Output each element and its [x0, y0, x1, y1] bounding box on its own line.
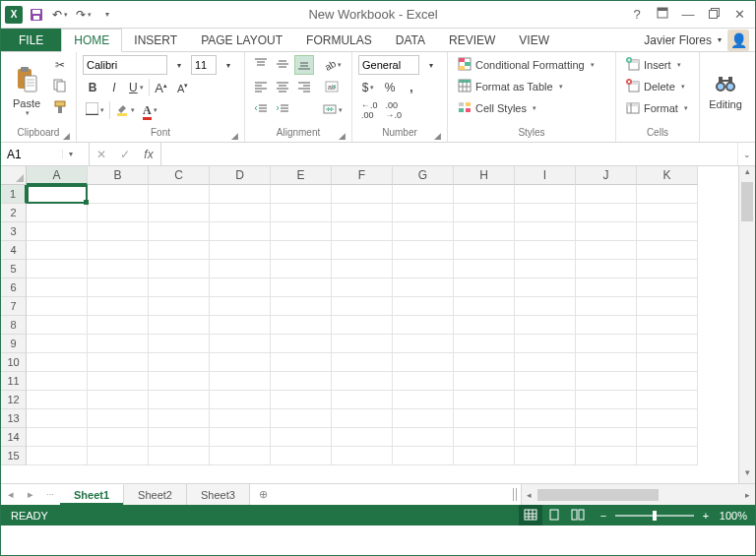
cell-K14[interactable] — [637, 428, 698, 447]
cell-E5[interactable] — [271, 260, 332, 278]
cell-F2[interactable] — [332, 204, 393, 222]
cell-A14[interactable] — [27, 428, 88, 447]
cell-D10[interactable] — [210, 353, 271, 372]
row-header-9[interactable]: 9 — [1, 335, 27, 353]
row-header-10[interactable]: 10 — [1, 353, 27, 372]
column-header-H[interactable]: H — [454, 166, 515, 185]
cell-A15[interactable] — [27, 447, 88, 465]
cell-B4[interactable] — [88, 241, 149, 260]
qat-customize-button[interactable]: ▾ — [97, 5, 117, 25]
account-menu[interactable]: Javier Flores ▾ 👤 — [644, 29, 755, 51]
cell-J3[interactable] — [576, 222, 637, 241]
cell-E10[interactable] — [271, 353, 332, 372]
cell-A1[interactable] — [27, 185, 88, 204]
cell-I6[interactable] — [515, 278, 576, 297]
sheet-nav-menu[interactable]: ⋯ — [40, 484, 60, 505]
cell-I14[interactable] — [515, 428, 576, 447]
cell-J2[interactable] — [576, 204, 637, 222]
insert-function-button[interactable]: fx — [137, 148, 160, 161]
cell-G10[interactable] — [393, 353, 454, 372]
cell-A7[interactable] — [27, 297, 88, 316]
cell-C15[interactable] — [149, 447, 210, 465]
cell-A9[interactable] — [27, 335, 88, 353]
cell-C10[interactable] — [149, 353, 210, 372]
increase-decimal-button[interactable]: ←.0.00 — [358, 100, 381, 120]
tab-formulas[interactable]: FORMULAS — [294, 29, 384, 51]
cell-D1[interactable] — [210, 185, 271, 204]
cell-I1[interactable] — [515, 185, 576, 204]
increase-indent-button[interactable] — [273, 100, 292, 120]
scroll-up-button[interactable]: ▴ — [739, 166, 755, 182]
align-right-button[interactable] — [294, 78, 314, 97]
zoom-knob[interactable] — [653, 511, 657, 521]
cells-area[interactable] — [27, 185, 698, 465]
column-header-F[interactable]: F — [332, 166, 393, 185]
cell-D6[interactable] — [210, 278, 271, 297]
sheet-tab-sheet2[interactable]: Sheet2 — [124, 484, 187, 505]
help-button[interactable]: ? — [625, 4, 649, 26]
cell-E8[interactable] — [271, 316, 332, 335]
cell-E7[interactable] — [271, 297, 332, 316]
cell-B11[interactable] — [88, 372, 149, 391]
cell-I4[interactable] — [515, 241, 576, 260]
cell-G7[interactable] — [393, 297, 454, 316]
cell-E6[interactable] — [271, 278, 332, 297]
minimize-button[interactable]: — — [676, 4, 700, 26]
cell-C11[interactable] — [149, 372, 210, 391]
view-page-layout-button[interactable] — [542, 505, 566, 525]
row-header-5[interactable]: 5 — [1, 260, 27, 278]
accounting-format-button[interactable]: $ — [358, 78, 378, 97]
cell-A5[interactable] — [27, 260, 88, 278]
cell-H1[interactable] — [454, 185, 515, 204]
cell-D5[interactable] — [210, 260, 271, 278]
cell-F1[interactable] — [332, 185, 393, 204]
formula-input[interactable] — [161, 143, 737, 165]
cell-K5[interactable] — [637, 260, 698, 278]
cell-G13[interactable] — [393, 409, 454, 428]
zoom-out-button[interactable]: − — [598, 510, 609, 522]
comma-format-button[interactable]: , — [402, 78, 421, 97]
cell-F6[interactable] — [332, 278, 393, 297]
column-header-C[interactable]: C — [149, 166, 210, 185]
cell-K8[interactable] — [637, 316, 698, 335]
cell-H11[interactable] — [454, 372, 515, 391]
cell-H3[interactable] — [454, 222, 515, 241]
cell-J10[interactable] — [576, 353, 637, 372]
cell-F3[interactable] — [332, 222, 393, 241]
cell-I12[interactable] — [515, 391, 576, 409]
scroll-down-button[interactable]: ▾ — [739, 467, 755, 483]
cell-H15[interactable] — [454, 447, 515, 465]
tab-view[interactable]: VIEW — [507, 29, 561, 51]
cell-F15[interactable] — [332, 447, 393, 465]
sheet-nav-next[interactable]: ▸ — [21, 484, 40, 505]
cell-C2[interactable] — [149, 204, 210, 222]
cell-B3[interactable] — [88, 222, 149, 241]
row-header-7[interactable]: 7 — [1, 297, 27, 316]
cell-B6[interactable] — [88, 278, 149, 297]
font-size-dropdown[interactable]: ▾ — [219, 55, 238, 75]
cell-K10[interactable] — [637, 353, 698, 372]
cell-E2[interactable] — [271, 204, 332, 222]
view-normal-button[interactable] — [519, 505, 542, 525]
cell-E3[interactable] — [271, 222, 332, 241]
row-header-4[interactable]: 4 — [1, 241, 27, 260]
cell-F13[interactable] — [332, 409, 393, 428]
cancel-formula-button[interactable]: ✕ — [90, 148, 113, 161]
cell-C6[interactable] — [149, 278, 210, 297]
cell-A6[interactable] — [27, 278, 88, 297]
scroll-right-button[interactable]: ▸ — [739, 490, 755, 500]
horizontal-scrollbar[interactable]: ◂ ▸ — [521, 484, 755, 505]
cell-J1[interactable] — [576, 185, 637, 204]
cell-A2[interactable] — [27, 204, 88, 222]
bold-button[interactable]: B — [83, 78, 102, 97]
sheet-nav-prev[interactable]: ◂ — [1, 484, 21, 505]
tab-insert[interactable]: INSERT — [122, 29, 189, 51]
cell-J6[interactable] — [576, 278, 637, 297]
cell-D14[interactable] — [210, 428, 271, 447]
font-color-button[interactable]: A — [140, 100, 160, 120]
view-page-break-button[interactable] — [566, 505, 590, 525]
cell-G6[interactable] — [393, 278, 454, 297]
wrap-text-button[interactable]: ab — [322, 78, 342, 97]
clipboard-dialog-launcher[interactable]: ◢ — [63, 131, 70, 141]
save-button[interactable] — [27, 5, 46, 25]
